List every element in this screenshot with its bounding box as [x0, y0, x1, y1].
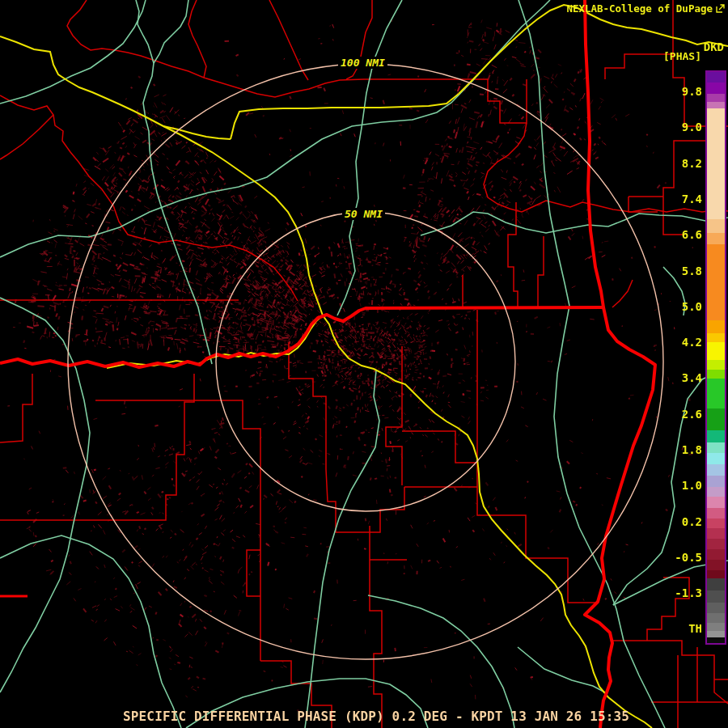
range-ring-100nmi: [68, 64, 663, 659]
colorbar-segment: [707, 72, 725, 83]
colorbar-segment: [707, 497, 725, 508]
colorbar: [705, 70, 726, 645]
colorbar-segment: [707, 560, 725, 570]
state-borders: [0, 0, 655, 728]
colorbar-segment: [707, 476, 725, 487]
colorbar-tick: -0.5: [675, 551, 702, 564]
colorbar-segment: [707, 508, 725, 518]
colorbar-segment: [707, 549, 725, 560]
colorbar-segment: [707, 570, 725, 578]
colorbar-segment: [707, 613, 725, 623]
range-ring-label-100: 100 NMI: [338, 57, 387, 69]
radar-viewer: 100 NMI 50 NMI NEXLAB-College of DuPage …: [0, 0, 728, 728]
colorbar-segment: [707, 637, 725, 643]
colorbar-tick: 5.0: [682, 300, 702, 313]
colorbar-segment: [707, 83, 725, 94]
colorbar-segment: [707, 342, 725, 360]
colorbar-segment: [707, 464, 725, 476]
colorbar-segment: [707, 233, 725, 244]
colorbar-tick: 1.0: [682, 479, 702, 492]
brand-link[interactable]: NEXLAB-College of DuPage: [566, 2, 725, 15]
colorbar-segment: [707, 219, 725, 233]
colorbar-threshold-label: TH: [688, 622, 702, 635]
colorbar-segment: [707, 487, 725, 497]
colorbar-segment: [707, 408, 725, 430]
colorbar-segment: [707, 518, 725, 528]
colorbar-segment: [707, 453, 725, 464]
colorbar-segment: [707, 603, 725, 613]
colorbar-segment: [707, 102, 725, 108]
colorbar-tick: 0.2: [682, 515, 702, 528]
range-ring-label-50: 50 NMI: [342, 208, 385, 220]
colorbar-tick: 5.8: [682, 265, 702, 277]
colorbar-segment: [707, 631, 725, 637]
units-label: [PHAS]: [663, 50, 701, 62]
colorbar-segment: [707, 320, 725, 333]
colorbar-segment: [707, 370, 725, 379]
colorbar-tick: 4.2: [682, 336, 702, 349]
external-link-icon: [716, 4, 725, 13]
colorbar-tick: 3.4: [682, 371, 702, 384]
brand-label: NEXLAB-College of DuPage: [566, 2, 713, 15]
colorbar-segment: [707, 108, 725, 219]
colorbar-tick: -1.3: [675, 586, 702, 599]
colorbar-segment: [707, 623, 725, 631]
colorbar-tick: 9.8: [682, 85, 702, 98]
colorbar-tick: 1.8: [682, 443, 702, 456]
colorbar-segment: [707, 539, 725, 549]
colorbar-segment: [707, 244, 725, 320]
footer-product-title: SPECIFIC DIFFERENTIAL PHASE (KDP) 0.2 DE…: [123, 709, 629, 724]
colorbar-segment: [707, 528, 725, 539]
range-rings: [68, 64, 663, 659]
map-svg: [0, 0, 728, 728]
colorbar-tick: 8.2: [682, 157, 702, 170]
colorbar-segment: [707, 590, 725, 603]
colorbar-tick: 6.6: [682, 228, 702, 241]
colorbar-tick: 2.6: [682, 408, 702, 421]
colorbar-tick: 7.4: [682, 193, 702, 205]
colorbar-segment: [707, 333, 725, 342]
colorbar-segment: [707, 379, 725, 408]
product-code: DKD: [704, 40, 724, 53]
colorbar-segment: [707, 442, 725, 453]
colorbar-segment: [707, 360, 725, 370]
colorbar-segment: [707, 94, 725, 102]
colorbar-segment: [707, 578, 725, 590]
colorbar-tick: 9.0: [682, 121, 702, 133]
colorbar-segment: [707, 430, 725, 442]
